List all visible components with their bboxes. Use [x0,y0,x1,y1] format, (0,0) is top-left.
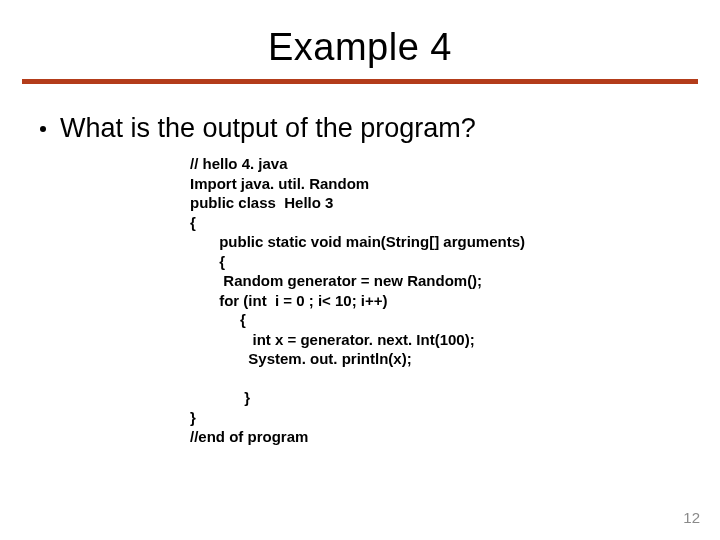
slide-title: Example 4 [0,0,720,75]
bullet-icon [40,126,46,132]
bullet-text: What is the output of the program? [60,112,476,144]
slide-body: What is the output of the program? // he… [0,84,720,447]
bullet-item: What is the output of the program? [40,112,680,144]
slide: Example 4 What is the output of the prog… [0,0,720,540]
page-number: 12 [683,509,700,526]
code-block: // hello 4. java Import java. util. Rand… [190,154,680,447]
